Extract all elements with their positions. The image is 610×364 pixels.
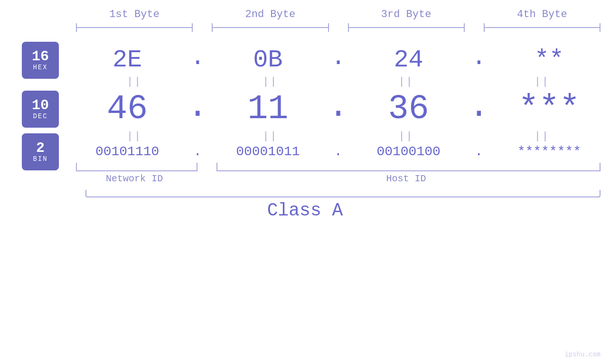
hex-dot3: . <box>469 44 488 72</box>
dec-badge-number: 10 <box>32 98 49 112</box>
byte1-header: 1st Byte <box>66 9 202 20</box>
hex-badge: 16 HEX <box>22 42 59 79</box>
network-bracket <box>71 163 202 171</box>
equals-row-1: || || || || <box>0 76 610 88</box>
hex-b4: ** <box>488 46 610 74</box>
dec-dot1: . <box>188 87 207 126</box>
host-bracket <box>212 163 605 171</box>
hex-dot1: . <box>188 44 207 72</box>
bottom-bracket-row <box>0 163 610 171</box>
byte3-header: 3rd Byte <box>338 9 474 20</box>
network-id-label: Network ID <box>66 173 202 184</box>
bin-badge: 2 BIN <box>22 133 59 170</box>
hex-b3: 24 <box>348 46 469 74</box>
hex-b2: 0B <box>207 46 328 74</box>
bin-badge-number: 2 <box>36 141 45 155</box>
bin-b1: 00101110 <box>66 144 188 159</box>
bracket-byte3 <box>343 23 469 32</box>
eq2-b4: || <box>474 131 610 142</box>
bin-dot3: . <box>469 144 488 159</box>
eq2-b1: || <box>66 131 202 142</box>
hex-b1: 2E <box>66 46 188 74</box>
byte4-header: 4th Byte <box>474 9 610 20</box>
equals-row-2: || || || || <box>0 131 610 142</box>
bin-dot2: . <box>329 144 348 159</box>
dec-b4: *** <box>488 90 610 129</box>
hex-badge-number: 16 <box>32 49 49 64</box>
hex-row: 16 HEX 2E . 0B . 24 . ** <box>0 46 610 74</box>
eq2-b2: || <box>202 131 338 142</box>
bin-dot1: . <box>188 144 207 159</box>
id-label-row: Network ID Host ID <box>0 173 610 184</box>
dec-b2: 11 <box>207 90 328 129</box>
bin-row: 2 BIN 00101110 . 00001011 . 00100100 . *… <box>0 144 610 159</box>
bracket-byte1 <box>71 23 197 32</box>
dec-badge: 10 DEC <box>22 91 59 128</box>
bin-b4: ******** <box>488 144 610 159</box>
eq1-b1: || <box>66 76 202 88</box>
bracket-byte4 <box>479 23 605 32</box>
dec-badge-label: DEC <box>33 112 47 120</box>
dec-b3: 36 <box>348 90 469 129</box>
eq1-b4: || <box>474 76 610 88</box>
top-brackets <box>0 23 610 32</box>
main-container: 1st Byte 2nd Byte 3rd Byte 4th Byte 16 H… <box>0 0 610 364</box>
eq1-b3: || <box>338 76 474 88</box>
host-id-label: Host ID <box>202 173 610 184</box>
dec-b1: 46 <box>66 90 188 129</box>
hex-badge-label: HEX <box>33 64 47 71</box>
bin-b2: 00001011 <box>207 144 328 159</box>
bin-badge-label: BIN <box>33 155 47 163</box>
hex-dot2: . <box>329 44 348 72</box>
byte2-header: 2nd Byte <box>202 9 338 20</box>
eq2-b3: || <box>338 131 474 142</box>
class-bracket <box>85 190 601 197</box>
watermark: ipshu.com <box>564 351 601 358</box>
bracket-byte2 <box>207 23 333 32</box>
dec-dot2: . <box>329 87 348 126</box>
class-label: Class A <box>0 200 610 221</box>
header-row: 1st Byte 2nd Byte 3rd Byte 4th Byte <box>0 9 610 20</box>
dec-dot3: . <box>469 87 488 126</box>
eq1-b2: || <box>202 76 338 88</box>
bin-b3: 00100100 <box>348 144 469 159</box>
dec-row: 10 DEC 46 . 11 . 36 . *** <box>0 90 610 129</box>
